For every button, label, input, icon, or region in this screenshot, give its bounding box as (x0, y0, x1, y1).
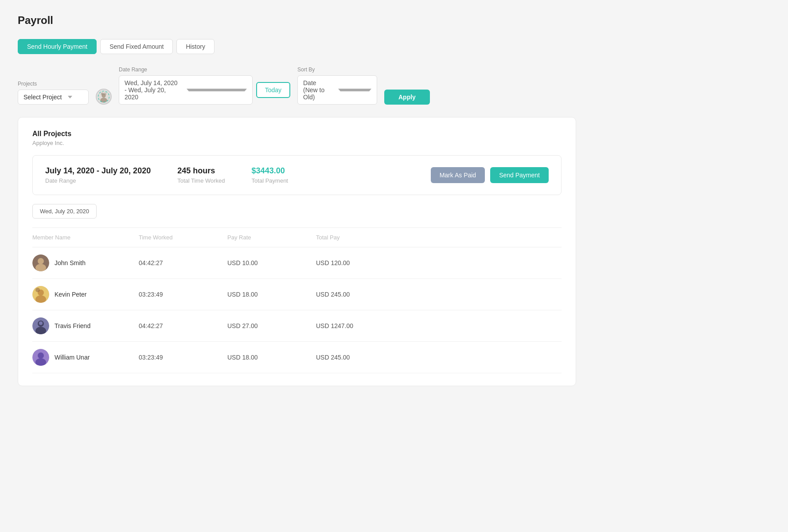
svg-point-7 (38, 258, 44, 264)
total-pay-cell: USD 245.00 (316, 291, 405, 298)
project-header: All Projects Apploye Inc. (32, 130, 562, 146)
tab-fixed-amount[interactable]: Send Fixed Amount (100, 39, 173, 54)
avatar (32, 317, 49, 334)
tab-hourly-payment[interactable]: Send Hourly Payment (18, 39, 97, 54)
col-header-member-name: Member Name (32, 232, 139, 243)
date-range-chevron-icon (187, 89, 247, 91)
filters-bar: Projects Select Project Date Range (18, 66, 576, 105)
projects-select-value: Select Project (23, 94, 62, 101)
avatar (32, 286, 49, 303)
sort-label: Sort By (297, 66, 377, 73)
avatar (32, 254, 49, 271)
projects-chevron-icon (68, 96, 72, 98)
user-avatar-filter[interactable] (96, 89, 112, 105)
date-range-summary: July 14, 2020 - July 20, 2020 Date Range (45, 166, 151, 184)
date-badge: Wed, July 20, 2020 (32, 204, 97, 219)
project-org: Apploye Inc. (32, 140, 562, 146)
today-button[interactable]: Today (256, 82, 290, 98)
main-page: Payroll Send Hourly Payment Send Fixed A… (0, 0, 594, 400)
total-pay-cell: USD 120.00 (316, 259, 405, 266)
payment-summary: $3443.00 Total Payment (252, 166, 288, 184)
col-header-pay-rate: Pay Rate (227, 232, 316, 243)
summary-total-payment-label: Total Payment (252, 177, 288, 184)
member-cell: Kevin Peter (32, 286, 139, 303)
member-name: William Unar (55, 354, 90, 361)
time-worked-cell: 04:42:27 (139, 259, 227, 266)
date-range-wrapper: Wed, July 14, 2020 - Wed, July 20, 2020 … (119, 75, 290, 105)
time-worked-cell: 03:23:49 (139, 291, 227, 298)
table-body: John Smith 04:42:27 USD 10.00 USD 120.00… (32, 247, 562, 373)
member-cell: Travis Friend (32, 317, 139, 334)
svg-point-16 (39, 321, 43, 325)
table-row: John Smith 04:42:27 USD 10.00 USD 120.00 (32, 247, 562, 279)
summary-hours-label: Total Time Worked (177, 177, 225, 184)
date-range-filter-group: Date Range Wed, July 14, 2020 - Wed, Jul… (119, 66, 290, 105)
svg-point-3 (101, 93, 104, 95)
page-title: Payroll (18, 14, 576, 27)
projects-label: Projects (18, 81, 89, 87)
total-pay-cell: USD 245.00 (316, 354, 405, 361)
date-range-value: Wed, July 14, 2020 - Wed, July 20, 2020 (125, 79, 180, 101)
apply-button[interactable]: Apply (384, 90, 430, 105)
date-range-select[interactable]: Wed, July 14, 2020 - Wed, July 20, 2020 (119, 75, 253, 105)
member-name: John Smith (55, 259, 86, 266)
svg-point-4 (104, 93, 106, 95)
summary-card: July 14, 2020 - July 20, 2020 Date Range… (32, 155, 562, 195)
col-header-total-pay: Total Pay (316, 232, 405, 243)
pay-rate-cell: USD 10.00 (227, 259, 316, 266)
svg-point-18 (38, 352, 44, 359)
sort-filter-group: Sort By Date (New to Old) (297, 66, 377, 105)
tabs-container: Send Hourly Payment Send Fixed Amount Hi… (18, 39, 576, 54)
projects-select[interactable]: Select Project (18, 90, 89, 105)
summary-date-range: July 14, 2020 - July 20, 2020 (45, 166, 151, 176)
sort-select[interactable]: Date (New to Old) (297, 75, 377, 105)
member-cell: William Unar (32, 349, 139, 366)
summary-hours: 245 hours (177, 166, 225, 176)
summary-total-payment: $3443.00 (252, 166, 288, 176)
svg-point-12 (35, 288, 40, 292)
total-pay-cell: USD 1247.00 (316, 322, 405, 329)
mark-as-paid-button[interactable]: Mark As Paid (431, 167, 485, 183)
pay-rate-cell: USD 27.00 (227, 322, 316, 329)
member-name: Kevin Peter (55, 291, 86, 298)
table-header: Member Name Time Worked Pay Rate Total P… (32, 227, 562, 247)
tab-history[interactable]: History (176, 39, 215, 54)
sort-chevron-icon (338, 89, 371, 91)
project-name: All Projects (32, 130, 562, 138)
pay-rate-cell: USD 18.00 (227, 354, 316, 361)
summary-date-range-label: Date Range (45, 177, 151, 184)
col-header-time-worked: Time Worked (139, 232, 227, 243)
col-header-actions (405, 232, 562, 243)
payroll-table: Member Name Time Worked Pay Rate Total P… (32, 227, 562, 373)
table-row: Kevin Peter 03:23:49 USD 18.00 USD 245.0… (32, 279, 562, 310)
send-payment-button[interactable]: Send Payment (490, 167, 549, 183)
table-row: William Unar 03:23:49 USD 18.00 USD 245.… (32, 342, 562, 373)
time-worked-cell: 04:42:27 (139, 322, 227, 329)
member-name: Travis Friend (55, 322, 90, 329)
content-card: All Projects Apploye Inc. July 14, 2020 … (18, 117, 576, 386)
member-cell: John Smith (32, 254, 139, 271)
table-row: Travis Friend 04:42:27 USD 27.00 USD 124… (32, 310, 562, 342)
pay-rate-cell: USD 18.00 (227, 291, 316, 298)
avatar (32, 349, 49, 366)
summary-actions: Mark As Paid Send Payment (431, 167, 549, 183)
sort-value: Date (New to Old) (303, 79, 332, 101)
hours-summary: 245 hours Total Time Worked (177, 166, 225, 184)
date-range-label: Date Range (119, 66, 290, 73)
time-worked-cell: 03:23:49 (139, 354, 227, 361)
projects-filter-group: Projects Select Project (18, 81, 89, 105)
